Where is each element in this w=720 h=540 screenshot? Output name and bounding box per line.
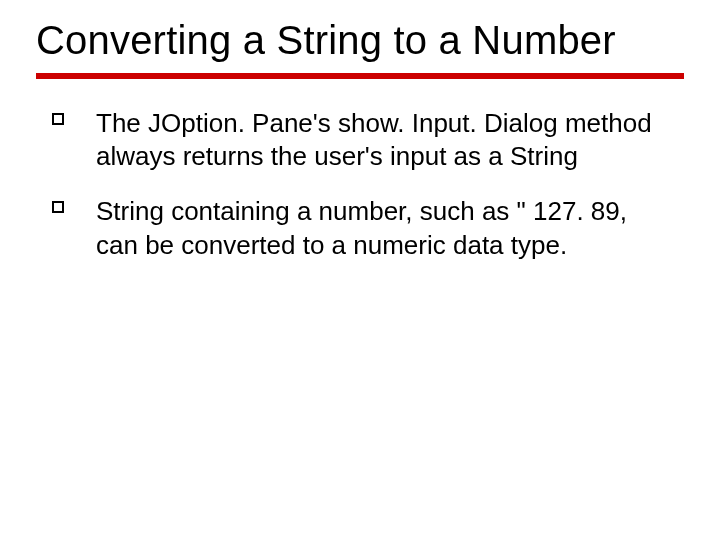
bullet-text: The JOption. Pane's show. Input. Dialog … xyxy=(96,108,652,171)
title-underline xyxy=(36,73,684,79)
square-bullet-icon xyxy=(52,113,64,125)
list-item: The JOption. Pane's show. Input. Dialog … xyxy=(52,107,676,174)
slide: Converting a String to a Number The JOpt… xyxy=(0,0,720,540)
list-item: String containing a number, such as " 12… xyxy=(52,195,676,262)
slide-title: Converting a String to a Number xyxy=(36,18,684,63)
bullet-text: String containing a number, such as " 12… xyxy=(96,196,627,259)
square-bullet-icon xyxy=(52,201,64,213)
bullet-list: The JOption. Pane's show. Input. Dialog … xyxy=(36,107,684,262)
